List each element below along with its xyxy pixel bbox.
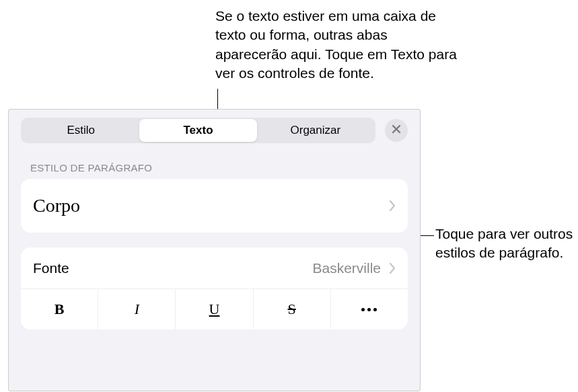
segmented-control: Estilo Texto Organizar: [21, 118, 375, 143]
more-options-button[interactable]: [330, 289, 408, 329]
chevron-right-icon: [389, 262, 396, 274]
paragraph-style-row[interactable]: Corpo: [21, 179, 408, 233]
strikethrough-button[interactable]: S: [253, 289, 330, 329]
paragraph-style-name: Corpo: [33, 195, 80, 217]
underline-button[interactable]: U: [175, 289, 252, 329]
section-label-paragraph-style: ESTILO DE PARÁGRAFO: [9, 150, 420, 179]
tab-text[interactable]: Texto: [139, 119, 256, 142]
panel-header: Estilo Texto Organizar: [9, 110, 420, 150]
tab-arrange[interactable]: Organizar: [257, 119, 374, 142]
bold-button[interactable]: B: [21, 289, 98, 329]
font-card: Fonte Baskerville B I U S: [21, 247, 408, 329]
font-label: Fonte: [33, 260, 69, 276]
annotation-tabs: Se o texto estiver em uma caixa de texto…: [215, 7, 458, 83]
annotation-paragraph-styles: Toque para ver outros estilos de parágra…: [435, 225, 577, 263]
italic-button[interactable]: I: [98, 289, 175, 329]
chevron-right-icon: [389, 200, 396, 212]
format-panel: Estilo Texto Organizar ESTILO DE PARÁGRA…: [8, 109, 421, 391]
font-row[interactable]: Fonte Baskerville: [21, 247, 408, 289]
close-icon: [392, 124, 401, 136]
ellipsis-icon: [361, 308, 377, 311]
format-buttons-row: B I U S: [21, 289, 408, 329]
close-button[interactable]: [385, 119, 408, 142]
font-value: Baskerville: [312, 260, 381, 276]
paragraph-style-card: Corpo: [21, 179, 408, 233]
tab-style[interactable]: Estilo: [22, 119, 139, 142]
